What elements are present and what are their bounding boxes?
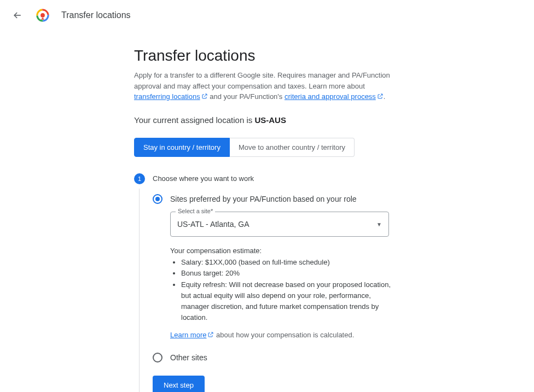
current-loc-value: US-AUS [254, 115, 286, 125]
site-select[interactable]: US-ATL - Atlanta, GA ▼ [170, 212, 389, 237]
site-select-wrap: Select a site* US-ATL - Atlanta, GA ▼ [170, 212, 389, 237]
current-location: Your current assigned location is US-AUS [134, 115, 473, 125]
site-select-value: US-ATL - Atlanta, GA [177, 220, 249, 229]
radio-other-sites[interactable]: Other sites [153, 353, 473, 362]
radio-other-label: Other sites [170, 353, 207, 362]
comp-title: Your compensation estimate: [170, 247, 400, 255]
radio-icon [153, 353, 162, 362]
learn-more-line: Learn more about how your compensation i… [170, 331, 473, 340]
tab-row: Stay in country / territory Move to anot… [134, 138, 473, 157]
current-loc-prefix: Your current assigned location is [134, 115, 254, 125]
comp-list: Salary: $1XX,000 (based on full-time sch… [170, 257, 400, 323]
learn-more-link[interactable]: Learn more [170, 331, 214, 339]
criteria-approval-link[interactable]: criteria and approval process [285, 92, 384, 101]
intro-text: Apply for a transfer to a different Goog… [134, 70, 391, 102]
intro-suffix: . [384, 92, 386, 101]
radio-preferred-label: Sites preferred by your PA/Function base… [170, 195, 357, 203]
comp-salary: Salary: $1XX,000 (based on full-time sch… [181, 257, 400, 268]
step-1-header: 1 Choose where you want to work [134, 173, 473, 184]
radio-icon [153, 194, 162, 204]
stepper: 1 Choose where you want to work Sites pr… [134, 173, 473, 392]
step-1-badge: 1 [134, 173, 145, 184]
compensation-estimate: Your compensation estimate: Salary: $1XX… [170, 247, 400, 323]
content: Transfer locations Apply for a transfer … [134, 47, 473, 392]
step-1-body: Sites preferred by your PA/Function base… [153, 194, 473, 392]
step-1-title: Choose where you want to work [153, 173, 254, 183]
tab-move-country[interactable]: Move to another country / territory [230, 138, 355, 157]
comp-bonus: Bonus target: 20% [181, 268, 400, 279]
app-logo-icon [35, 8, 50, 23]
transferring-locations-link[interactable]: transferring locations [134, 92, 208, 101]
back-arrow-icon[interactable] [11, 9, 24, 22]
intro-mid: and your PA/Function's [208, 92, 285, 101]
intro-prefix: Apply for a transfer to a different Goog… [134, 71, 390, 90]
external-link-icon [377, 92, 384, 103]
tab-stay-in-country[interactable]: Stay in country / territory [134, 138, 230, 157]
page-title: Transfer locations [134, 47, 473, 65]
external-link-icon [201, 92, 208, 103]
topbar-title: Transfer locations [61, 10, 131, 20]
comp-equity: Equity refresh: Will not decrease based … [181, 279, 400, 324]
external-link-icon [207, 331, 214, 340]
next-step-button[interactable]: Next step [153, 376, 205, 392]
chevron-down-icon: ▼ [376, 221, 382, 227]
svg-point-4 [40, 13, 45, 17]
site-select-label: Select a site* [176, 208, 215, 214]
learn-more-suffix: about how your compensation is calculate… [214, 331, 354, 339]
stepper-line [139, 189, 140, 392]
radio-preferred-sites[interactable]: Sites preferred by your PA/Function base… [153, 194, 473, 204]
main-scroll[interactable]: Transfer locations Apply for a transfer … [44, 31, 518, 392]
topbar: Transfer locations [0, 0, 534, 31]
